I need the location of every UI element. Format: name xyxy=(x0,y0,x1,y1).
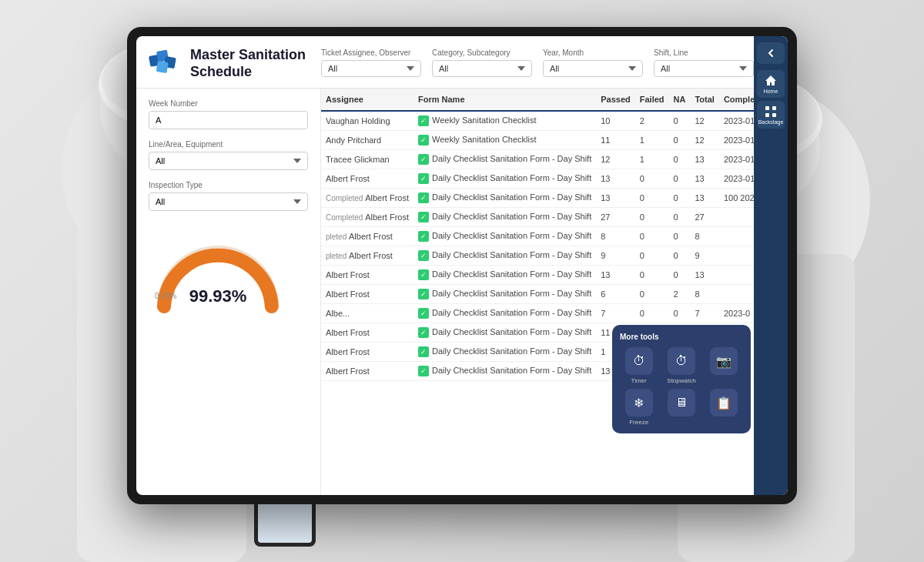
freeze-label: Freeze xyxy=(629,419,648,426)
left-panel: Week Number Line/Area, Equipment All xyxy=(136,89,321,495)
nav-home-label: Home xyxy=(764,89,778,94)
cell-na: 0 xyxy=(669,304,691,323)
tool-timer[interactable]: ⏱ Timer xyxy=(620,347,658,384)
timer-icon: ⏱ xyxy=(625,347,653,375)
cell-form-name: ✓Daily Checklist Sanitation Form - Day S… xyxy=(413,323,596,343)
cell-passed: 13 xyxy=(596,266,635,285)
svg-rect-23 xyxy=(765,113,769,117)
filter-select-shift-line[interactable]: All xyxy=(654,60,754,77)
screen-icon: 🖥 xyxy=(668,389,695,416)
cell-completed: 100 2023-01-22 xyxy=(719,189,754,208)
filter-row-line: Line/Area, Equipment All xyxy=(149,140,308,170)
inspection-type-select[interactable]: All xyxy=(149,192,308,211)
app-header: Master Sanitation Schedule Ticket Assign… xyxy=(136,36,788,89)
table-header-row: Assignee Form Name Passed Failed NA Tota… xyxy=(321,89,754,111)
tool-camera[interactable]: 📷 xyxy=(705,347,743,384)
filter-row-inspection: Inspection Type All xyxy=(149,181,308,211)
cell-total: 13 xyxy=(690,266,718,285)
table-row[interactable]: Completed Albert Frost✓Daily Checklist S… xyxy=(321,189,754,208)
gauge-percentage: 99.93% xyxy=(189,286,247,306)
table-row[interactable]: Vaughan Holding✓Weekly Sanitation Checkl… xyxy=(321,111,754,131)
table-row[interactable]: Albert Frost✓Daily Checklist Sanitation … xyxy=(321,285,754,304)
cell-failed: 0 xyxy=(635,169,669,189)
cell-failed: 0 xyxy=(635,246,669,266)
cell-form-name: ✓Weekly Sanitation Checklist xyxy=(413,131,596,150)
cell-na: 0 xyxy=(669,208,691,227)
stopwatch-icon: ⏱ xyxy=(668,347,695,375)
timer-label: Timer xyxy=(631,377,647,384)
filter-group-year-month: Year, Month All xyxy=(543,49,643,77)
table-row[interactable]: Albert Frost✓Daily Checklist Sanitation … xyxy=(321,266,754,285)
cell-na: 0 xyxy=(669,169,691,189)
tool-freeze[interactable]: ❄ Freeze xyxy=(620,389,658,426)
cell-total: 12 xyxy=(690,111,718,131)
cell-na: 0 xyxy=(669,189,691,208)
cell-assignee: Albe... xyxy=(321,304,413,323)
cell-failed: 0 xyxy=(635,304,669,323)
cell-total: 13 xyxy=(690,169,718,189)
table-row[interactable]: pleted Albert Frost✓Daily Checklist Sani… xyxy=(321,246,754,266)
logo-area: Master Sanitation Schedule xyxy=(149,47,306,80)
col-header-completed: Completed xyxy=(719,89,754,111)
cell-na: 0 xyxy=(669,266,691,285)
freeze-icon: ❄ xyxy=(625,389,653,416)
table-row[interactable]: Andy Pritchard✓Weekly Sanitation Checkli… xyxy=(321,131,754,150)
tool-stopwatch[interactable]: ⏱ Stopwatch xyxy=(662,347,700,384)
filter-group-shift-line: Shift, Line All xyxy=(654,49,754,77)
cell-assignee: Completed Albert Frost xyxy=(321,208,413,227)
cell-failed: 2 xyxy=(635,111,669,131)
filter-label-assignee: Ticket Assignee, Observer xyxy=(321,49,421,57)
filter-select-assignee[interactable]: All xyxy=(321,60,421,77)
col-header-total: Total xyxy=(690,89,718,111)
filter-select-year-month[interactable]: All xyxy=(543,60,643,77)
cell-passed: 7 xyxy=(596,304,635,323)
line-area-select[interactable]: All xyxy=(149,152,308,170)
nav-home-button[interactable]: Home xyxy=(757,70,785,98)
cell-total: 12 xyxy=(690,131,718,150)
svg-rect-21 xyxy=(765,106,769,110)
nav-back-button[interactable] xyxy=(757,42,785,64)
week-number-input[interactable] xyxy=(149,111,308,129)
cell-assignee: pleted Albert Frost xyxy=(321,246,413,266)
cell-failed: 1 xyxy=(635,131,669,150)
table-row[interactable]: Albe...✓Daily Checklist Sanitation Form … xyxy=(321,304,754,323)
tool-screen[interactable]: 🖥 xyxy=(662,389,700,426)
monitor-frame: Master Sanitation Schedule Ticket Assign… xyxy=(127,27,797,504)
cell-completed xyxy=(719,208,754,227)
table-container[interactable]: Assignee Form Name Passed Failed NA Tota… xyxy=(321,89,754,495)
cell-completed xyxy=(719,266,754,285)
table-row[interactable]: pleted Albert Frost✓Daily Checklist Sani… xyxy=(321,227,754,246)
stopwatch-label: Stopwatch xyxy=(667,377,695,384)
filter-row-week: Week Number xyxy=(149,99,308,129)
main-content: Week Number Line/Area, Equipment All xyxy=(136,89,788,495)
cell-passed: 11 xyxy=(596,131,635,150)
cell-passed: 12 xyxy=(596,150,635,169)
cell-passed: 9 xyxy=(596,246,635,266)
cell-assignee: Albert Frost xyxy=(321,266,413,285)
cell-total: 9 xyxy=(690,246,718,266)
nav-backstage-label: Backstage xyxy=(758,119,784,125)
cell-assignee: Albert Frost xyxy=(321,169,413,189)
right-panel: Assignee Form Name Passed Failed NA Tota… xyxy=(321,89,754,495)
tool-notes[interactable]: 📋 xyxy=(705,389,743,426)
table-row[interactable]: Albert Frost✓Daily Checklist Sanitation … xyxy=(321,169,754,189)
svg-rect-20 xyxy=(156,61,169,73)
cell-na: 2 xyxy=(669,285,691,304)
cell-form-name: ✓Daily Checklist Sanitation Form - Day S… xyxy=(413,304,596,323)
cell-failed: 0 xyxy=(635,227,669,246)
table-row[interactable]: Tracee Glickman✓Daily Checklist Sanitati… xyxy=(321,150,754,169)
col-header-na: NA xyxy=(669,89,691,111)
line-area-label: Line/Area, Equipment xyxy=(149,140,308,149)
cell-assignee: Albert Frost xyxy=(321,285,413,304)
nav-backstage-button[interactable]: Backstage xyxy=(757,101,785,129)
app-title: Master Sanitation Schedule xyxy=(190,47,306,80)
cell-assignee: Albert Frost xyxy=(321,323,413,343)
gauge-section: 99.93% 0.00% xyxy=(149,222,308,306)
cell-passed: 10 xyxy=(596,111,635,131)
cell-assignee: Andy Pritchard xyxy=(321,131,413,150)
cell-assignee: Albert Frost xyxy=(321,343,413,362)
cell-form-name: ✓Daily Checklist Sanitation Form - Day S… xyxy=(413,285,596,304)
filter-label-category: Category, Subcategory xyxy=(432,49,532,57)
filter-select-category[interactable]: All xyxy=(432,60,532,77)
table-row[interactable]: Completed Albert Frost✓Daily Checklist S… xyxy=(321,208,754,227)
